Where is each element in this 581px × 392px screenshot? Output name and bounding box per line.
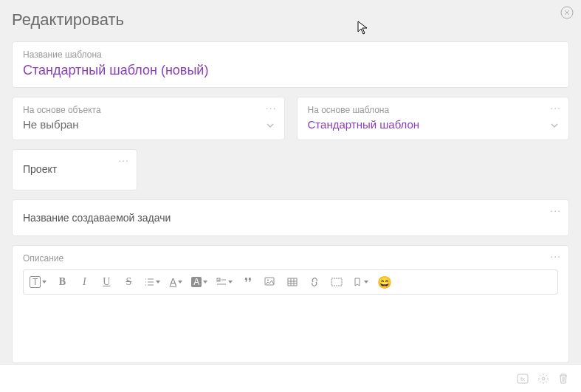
- image-button[interactable]: [264, 275, 277, 289]
- base-object-label: На основе объекта: [23, 105, 274, 115]
- more-icon[interactable]: ···: [118, 154, 129, 166]
- task-name-card[interactable]: ··· Название создаваемой задачи: [12, 199, 569, 236]
- underline-button[interactable]: U: [100, 275, 113, 289]
- italic-button[interactable]: I: [78, 275, 91, 289]
- project-card[interactable]: ··· Проект: [12, 149, 137, 190]
- code-button[interactable]: [330, 275, 343, 289]
- svg-point-3: [267, 280, 269, 281]
- text-color-button[interactable]: A: [169, 275, 182, 289]
- trash-icon[interactable]: [557, 372, 569, 385]
- base-template-card[interactable]: ··· На основе шаблона Стандартный шаблон: [297, 97, 570, 140]
- quote-button[interactable]: ❜❜: [241, 275, 255, 289]
- text-style-button[interactable]: T: [30, 275, 47, 289]
- base-object-card[interactable]: ··· На основе объекта Не выбран: [12, 97, 285, 140]
- description-label: Описание: [23, 253, 558, 264]
- footer-bar: fx: [0, 364, 581, 392]
- base-template-label: На основе шаблона: [308, 105, 559, 115]
- page-title: Редактировать: [12, 10, 569, 30]
- editor-toolbar: T B I U S A A ❜❜: [23, 269, 558, 295]
- base-template-value: Стандартный шаблон: [308, 118, 559, 131]
- description-card[interactable]: ··· Описание T B I U S A A: [12, 245, 569, 363]
- emoji-button[interactable]: 😄: [377, 275, 392, 289]
- svg-text:fx: fx: [520, 376, 525, 382]
- chevron-down-icon[interactable]: [549, 120, 560, 131]
- checklist-button[interactable]: [216, 275, 233, 289]
- more-icon[interactable]: ···: [266, 102, 277, 114]
- chevron-down-icon[interactable]: [265, 120, 275, 131]
- close-icon[interactable]: [560, 6, 574, 19]
- list-button[interactable]: [144, 275, 160, 289]
- template-name-card[interactable]: Название шаблона Стандартный шаблон (нов…: [12, 41, 569, 88]
- template-name-value[interactable]: Стандартный шаблон (новый): [23, 63, 558, 78]
- more-icon[interactable]: ···: [550, 102, 561, 114]
- formula-icon[interactable]: fx: [516, 372, 529, 385]
- table-button[interactable]: [286, 275, 299, 289]
- bookmark-button[interactable]: [352, 275, 368, 289]
- background-color-button[interactable]: A: [191, 275, 207, 289]
- link-button[interactable]: [308, 275, 321, 289]
- project-label: Проект: [23, 163, 57, 175]
- more-icon[interactable]: ···: [550, 204, 561, 216]
- settings-icon[interactable]: [537, 372, 550, 385]
- strikethrough-button[interactable]: S: [122, 275, 135, 289]
- bold-button[interactable]: B: [55, 275, 69, 289]
- svg-point-8: [542, 377, 545, 380]
- more-icon[interactable]: ···: [550, 250, 561, 262]
- svg-rect-4: [288, 278, 297, 286]
- svg-rect-5: [331, 278, 342, 286]
- task-name-placeholder[interactable]: Название создаваемой задачи: [23, 212, 558, 224]
- template-name-label: Название шаблона: [23, 49, 558, 60]
- base-object-value: Не выбран: [23, 118, 274, 131]
